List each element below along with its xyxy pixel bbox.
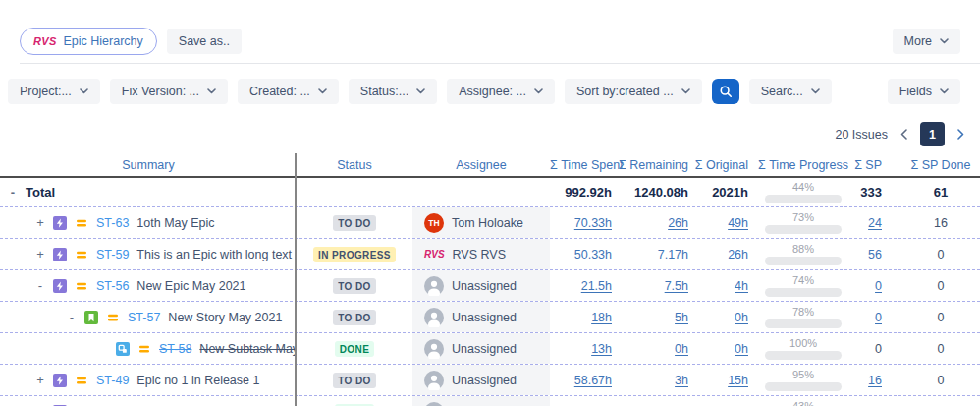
sp-done-cell: 0	[901, 374, 980, 387]
sp-done-value: 0	[938, 374, 945, 387]
chevron-down-icon	[80, 88, 88, 94]
collapse-toggle[interactable]: -	[8, 185, 18, 200]
collapse-toggle[interactable]: -	[35, 278, 45, 293]
column-header-time-spent[interactable]: Σ Time Spent	[550, 158, 617, 172]
column-header-summary[interactable]: Summary	[0, 158, 297, 172]
sp-link[interactable]: 24	[868, 216, 882, 230]
priority-medium-icon	[75, 374, 88, 387]
assignee-name: Unassigned	[452, 374, 517, 387]
filter-created-button[interactable]: Created: ...	[238, 79, 339, 104]
filter-project-button[interactable]: Project:...	[8, 79, 100, 104]
remaining-link[interactable]: 7.5h	[665, 279, 688, 293]
next-page-button[interactable]	[957, 129, 964, 140]
column-header-original[interactable]: Σ Original	[693, 158, 756, 172]
fields-button-label: Fields	[899, 85, 932, 98]
expand-toggle[interactable]: +	[35, 215, 45, 230]
time-spent-link[interactable]: 70.33h	[574, 216, 612, 230]
issue-key-link[interactable]: ST-63	[96, 216, 129, 230]
table-row: ST-58New Subtask May 2021DONEUnassigned1…	[0, 333, 980, 365]
column-header-remaining[interactable]: Σ Remaining	[617, 158, 693, 172]
sp-value: 0	[875, 342, 882, 356]
remaining-link[interactable]: 3h	[675, 374, 688, 387]
issue-key-link[interactable]: ST-56	[96, 279, 129, 293]
filter-fix-version-button[interactable]: Fix Version: ...	[110, 79, 228, 104]
progress-label: 88%	[792, 244, 814, 255]
summary-cell: ST-58New Subtask May 2021	[0, 342, 297, 356]
subtask-icon	[116, 342, 130, 356]
sp-done-cell: 0	[901, 342, 980, 356]
sp-cell: 56	[850, 248, 901, 261]
progress-bar	[765, 257, 842, 265]
time-spent-link[interactable]: 58.67h	[574, 374, 612, 387]
filter-assignee-button[interactable]: Assignee: ...	[447, 79, 555, 104]
view-selector-button[interactable]: RVS Epic Hierarchy	[20, 28, 157, 55]
expand-toggle[interactable]: +	[35, 247, 45, 261]
time-spent-link[interactable]: 50.33h	[574, 248, 612, 261]
sp-cell: 0	[850, 311, 901, 324]
progress-bar	[765, 225, 842, 234]
column-resize-divider[interactable]	[295, 153, 297, 406]
time-spent-link[interactable]: 18h	[591, 311, 612, 324]
remaining-link[interactable]: 7.17h	[658, 248, 688, 261]
chevron-down-icon	[318, 88, 327, 94]
time-spent-link[interactable]: 13h	[591, 342, 612, 356]
original-link[interactable]: 0h	[735, 311, 748, 324]
sp-done-value: 16	[934, 216, 948, 230]
filter-sort-by-created-button[interactable]: Sort by:created ...	[565, 79, 702, 104]
original-link[interactable]: 49h	[728, 216, 748, 230]
collapse-toggle[interactable]: -	[67, 310, 77, 324]
sp-done-value: 0	[938, 248, 945, 261]
view-selector-label: Epic Hierarchy	[64, 34, 143, 48]
chevron-down-icon	[811, 88, 820, 94]
epic-icon	[53, 279, 67, 293]
issue-key-link[interactable]: ST-49	[96, 374, 129, 387]
progress-label: 73%	[792, 212, 814, 223]
unassigned-avatar-icon	[424, 308, 444, 327]
assignee-name: RVS RVS	[453, 248, 506, 261]
column-header-sp-done[interactable]: Σ SP Done	[901, 158, 980, 172]
fields-button[interactable]: Fields	[888, 79, 960, 104]
chevron-down-icon	[940, 88, 949, 94]
save-as-button[interactable]: Save as..	[167, 29, 242, 54]
total-original: 2021h	[693, 185, 756, 200]
table-row: +ST-59This is an Epic with long text des…	[0, 239, 980, 270]
total-label: Total	[26, 185, 55, 200]
column-header-time-progress[interactable]: Σ Time Progress	[756, 158, 850, 172]
original-link[interactable]: 0h	[735, 342, 748, 356]
sp-link[interactable]: 0	[875, 311, 882, 324]
issue-key-link[interactable]: ST-57	[128, 311, 160, 324]
expand-toggle[interactable]: +	[35, 373, 45, 387]
page-1-button[interactable]: 1	[920, 122, 945, 146]
status-cell: IN PROGRESS	[297, 247, 412, 262]
sp-link[interactable]: 16	[868, 374, 882, 387]
filter-label: Project:...	[20, 85, 72, 98]
column-header-sp[interactable]: Σ SP	[850, 158, 901, 172]
search-menu-button[interactable]: Searc...	[749, 79, 832, 104]
filter-bar: Project:...Fix Version: ...Created: ...S…	[0, 64, 980, 116]
original-link[interactable]: 15h	[728, 374, 748, 387]
original-link[interactable]: 26h	[728, 248, 748, 261]
remaining-link[interactable]: 0h	[675, 342, 688, 356]
chevron-down-icon	[416, 88, 425, 94]
total-sp-done: 61	[901, 185, 980, 200]
assignee-cell: Unassigned	[412, 396, 550, 406]
remaining-link[interactable]: 26h	[668, 216, 688, 230]
story-icon	[84, 311, 98, 324]
prev-page-button[interactable]	[900, 129, 907, 140]
remaining-link[interactable]: 5h	[675, 311, 688, 324]
sp-link[interactable]: 56	[868, 248, 882, 261]
priority-medium-icon	[75, 248, 88, 261]
search-icon	[719, 85, 733, 98]
issue-key-link[interactable]: ST-58	[159, 342, 191, 356]
remaining-cell: 7.17h	[617, 248, 693, 261]
time-spent-link[interactable]: 21.5h	[581, 279, 612, 293]
column-header-assignee[interactable]: Assignee	[412, 158, 550, 172]
original-link[interactable]: 4h	[735, 279, 748, 293]
search-button[interactable]	[712, 79, 739, 104]
column-header-status[interactable]: Status	[297, 158, 412, 172]
more-button[interactable]: More	[893, 29, 960, 54]
sp-link[interactable]: 0	[875, 279, 882, 293]
issue-key-link[interactable]: ST-59	[96, 248, 129, 261]
filter-status-button[interactable]: Status:...	[349, 79, 437, 104]
total-row: - Total 992.92h 1240.08h 2021h 44% 333 6…	[0, 178, 980, 207]
